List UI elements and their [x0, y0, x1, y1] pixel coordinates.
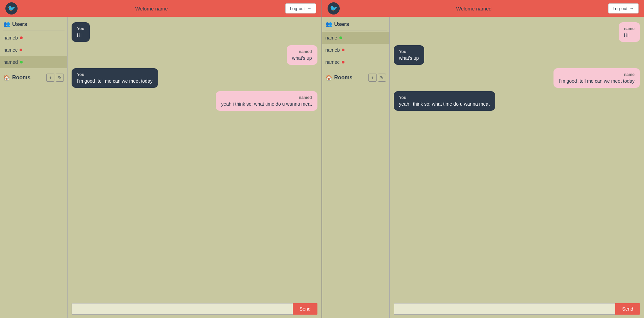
- body-right: 👥 Users name nameb namec 🏠 Rooms: [322, 17, 644, 318]
- user-name-nameb-right: nameb: [326, 47, 340, 53]
- rooms-title-left: 🏠 Rooms + ✎: [3, 74, 64, 82]
- chat-area-left: You Hi named what's up You I'm good ,tel…: [68, 17, 321, 318]
- panel-right: 🐦 Welome named Log-out → 👥 Users name na…: [322, 0, 644, 318]
- msg-text-3-right: I'm good ,tell me can we meet today: [559, 78, 635, 84]
- logout-button-right[interactable]: Log-out →: [608, 3, 639, 14]
- message-input-right[interactable]: [394, 303, 616, 315]
- rooms-label-left: Rooms: [12, 75, 30, 81]
- rooms-title-right: 🏠 Rooms + ✎: [326, 74, 386, 82]
- message-1-right: name Hi: [619, 22, 640, 42]
- welcome-text-right: Welome named: [456, 6, 492, 11]
- messages-right: name Hi You what's up name I'm good ,tel…: [390, 17, 644, 300]
- msg-text-4-left: yeah i think so; what time do u wanna me…: [221, 101, 312, 107]
- rooms-actions-left: + ✎: [46, 74, 64, 82]
- logout-icon-right: →: [629, 6, 634, 11]
- panel-left: 🐦 Welome name Log-out → 👥 Users nameb na…: [0, 0, 322, 318]
- logout-icon-left: →: [307, 6, 312, 11]
- user-name-nameb-left: nameb: [3, 35, 18, 41]
- add-room-button-left[interactable]: +: [46, 74, 54, 82]
- status-dot-namec-right: [342, 61, 344, 63]
- user-name-namec-left: namec: [3, 47, 18, 53]
- msg-sender-2-left: named: [292, 49, 312, 54]
- divider-left: [3, 30, 65, 30]
- sidebar-right: 👥 Users name nameb namec 🏠 Rooms: [322, 17, 390, 318]
- message-3-left: You I'm good ,tell me can we meet today: [72, 68, 158, 88]
- rooms-icon-left: 🏠: [3, 75, 10, 81]
- message-1-left: You Hi: [72, 22, 90, 42]
- welcome-text-left: Welome name: [135, 6, 168, 11]
- message-3-right: name I'm good ,tell me can we meet today: [553, 68, 640, 88]
- add-room-button-right[interactable]: +: [368, 74, 377, 82]
- status-dot-named-left: [20, 61, 23, 63]
- msg-sender-4-right: You: [399, 95, 490, 100]
- user-name-named-left: named: [3, 59, 18, 65]
- logout-button-left[interactable]: Log-out →: [285, 3, 316, 14]
- rooms-actions-right: + ✎: [368, 74, 386, 82]
- users-section-left: 👥 Users: [0, 17, 67, 30]
- user-name-namec-right: namec: [326, 59, 340, 65]
- msg-sender-3-right: name: [559, 72, 635, 77]
- message-input-left[interactable]: [72, 303, 293, 315]
- message-2-left: named what's up: [287, 45, 317, 65]
- input-area-left: Send: [68, 300, 321, 318]
- messages-left: You Hi named what's up You I'm good ,tel…: [68, 17, 321, 300]
- sidebar-user-nameb-right[interactable]: nameb: [322, 44, 389, 56]
- sidebar-user-named-left[interactable]: named: [0, 56, 67, 68]
- logo-right: 🐦: [328, 2, 340, 15]
- logout-label-right: Log-out: [613, 6, 627, 11]
- msg-text-2-right: what's up: [399, 55, 419, 61]
- users-label-left: Users: [12, 21, 27, 27]
- message-4-left: named yeah i think so; what time do u wa…: [216, 91, 317, 111]
- kiwi-icon-left: 🐦: [5, 2, 18, 15]
- rooms-label-right: Rooms: [334, 75, 353, 81]
- users-icon-left: 👥: [3, 21, 10, 27]
- msg-sender-3-left: You: [77, 72, 153, 77]
- msg-sender-2-right: You: [399, 49, 419, 54]
- sidebar-user-name-right[interactable]: name: [322, 32, 389, 44]
- sidebar-left: 👥 Users nameb namec named 🏠 Rooms: [0, 17, 68, 318]
- sidebar-user-nameb-left[interactable]: nameb: [0, 32, 67, 44]
- status-dot-nameb-right: [342, 49, 344, 51]
- rooms-icon-right: 🏠: [326, 75, 332, 81]
- kiwi-icon-right: 🐦: [328, 2, 340, 15]
- msg-sender-1-right: name: [624, 26, 635, 31]
- msg-sender-1-left: You: [77, 26, 84, 31]
- msg-text-1-right: Hi: [624, 32, 635, 38]
- users-section-right: 👥 Users: [322, 17, 389, 30]
- rooms-section-left: 🏠 Rooms + ✎: [0, 71, 67, 84]
- body-left: 👥 Users nameb namec named 🏠 Rooms: [0, 17, 321, 318]
- sidebar-user-namec-left[interactable]: namec: [0, 44, 67, 56]
- send-button-left[interactable]: Send: [293, 303, 317, 315]
- status-dot-name-right: [339, 36, 342, 39]
- edit-room-button-right[interactable]: ✎: [378, 74, 386, 82]
- message-2-right: You what's up: [394, 45, 424, 65]
- sidebar-user-namec-right[interactable]: namec: [322, 56, 389, 68]
- users-icon-right: 👥: [326, 21, 332, 27]
- header-right: 🐦 Welome named Log-out →: [322, 0, 644, 17]
- msg-sender-4-left: named: [221, 95, 312, 100]
- logout-label-left: Log-out: [290, 6, 305, 11]
- users-label-right: Users: [334, 21, 349, 27]
- header-left: 🐦 Welome name Log-out →: [0, 0, 321, 17]
- chat-area-right: name Hi You what's up name I'm good ,tel…: [390, 17, 644, 318]
- user-name-name-right: name: [326, 35, 337, 41]
- divider-right: [325, 30, 387, 30]
- send-button-right[interactable]: Send: [615, 303, 640, 315]
- msg-text-2-left: what's up: [292, 55, 312, 61]
- status-dot-nameb-left: [20, 36, 23, 39]
- msg-text-1-left: Hi: [77, 32, 84, 38]
- edit-room-button-left[interactable]: ✎: [56, 74, 64, 82]
- logo-left: 🐦: [5, 2, 18, 15]
- rooms-section-right: 🏠 Rooms + ✎: [322, 71, 389, 84]
- msg-text-3-left: I'm good ,tell me can we meet today: [77, 78, 153, 84]
- msg-text-4-right: yeah i think so; what time do u wanna me…: [399, 101, 490, 107]
- input-area-right: Send: [390, 300, 644, 318]
- message-4-right: You yeah i think so; what time do u wann…: [394, 91, 495, 111]
- status-dot-namec-left: [20, 49, 22, 51]
